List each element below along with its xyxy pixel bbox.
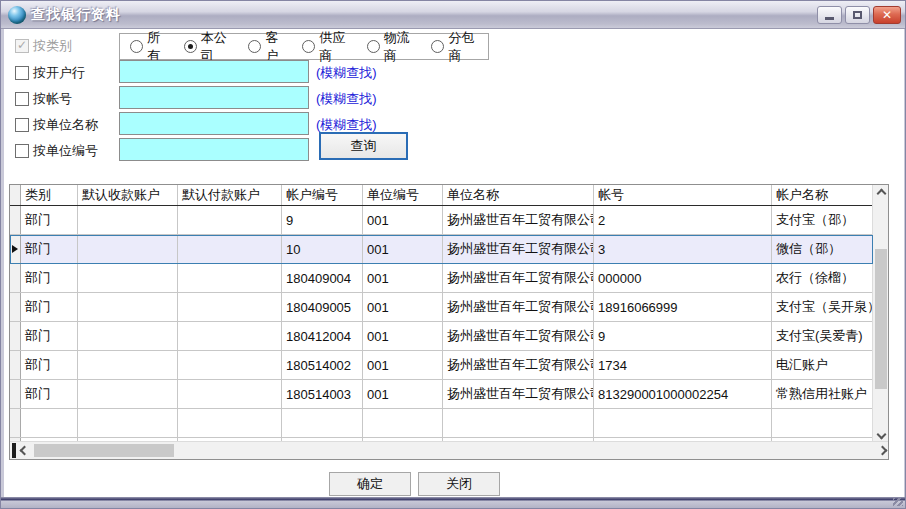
column-header[interactable]: 帐户编号 bbox=[282, 185, 363, 205]
row-selector-cell[interactable] bbox=[10, 322, 21, 350]
bank-input[interactable] bbox=[119, 60, 309, 83]
table-cell[interactable] bbox=[78, 380, 178, 408]
table-cell[interactable]: 扬州盛世百年工贸有限公司 bbox=[443, 351, 594, 379]
table-cell[interactable]: 部门 bbox=[21, 206, 78, 234]
account-input[interactable] bbox=[119, 86, 309, 109]
row-selector-cell[interactable] bbox=[10, 264, 21, 292]
table-cell[interactable]: 扬州盛世百年工贸有限公司 bbox=[443, 293, 594, 321]
scroll-down-button[interactable] bbox=[873, 426, 889, 442]
table-cell[interactable]: 2 bbox=[594, 206, 772, 234]
table-cell[interactable] bbox=[178, 206, 282, 234]
table-cell[interactable]: 001 bbox=[363, 322, 443, 350]
table-cell[interactable] bbox=[78, 264, 178, 292]
unit-code-input[interactable] bbox=[119, 138, 309, 161]
scroll-right-button[interactable] bbox=[874, 442, 889, 458]
table-cell[interactable]: 支付宝（邵） bbox=[772, 206, 873, 234]
table-cell[interactable]: 180514002 bbox=[282, 351, 363, 379]
table-cell[interactable] bbox=[78, 206, 178, 234]
table-cell[interactable]: 电汇账户 bbox=[772, 351, 873, 379]
table-cell[interactable]: 18916066999 bbox=[594, 293, 772, 321]
row-selector-cell[interactable] bbox=[10, 351, 21, 379]
table-cell[interactable]: 001 bbox=[363, 235, 443, 263]
scroll-up-button[interactable] bbox=[873, 185, 889, 201]
close-button[interactable]: ✕ bbox=[873, 6, 901, 24]
bank-checkbox[interactable] bbox=[15, 66, 29, 80]
dialog-close-button[interactable]: 关闭 bbox=[418, 472, 500, 496]
table-cell[interactable]: 常熟信用社账户 bbox=[772, 380, 873, 408]
table-cell[interactable] bbox=[178, 264, 282, 292]
row-selector-cell[interactable] bbox=[10, 206, 21, 234]
table-cell[interactable]: 农行（徐榴） bbox=[772, 264, 873, 292]
table-cell[interactable]: 部门 bbox=[21, 351, 78, 379]
unit-name-checkbox[interactable] bbox=[15, 118, 29, 132]
table-cell[interactable] bbox=[178, 322, 282, 350]
table-cell[interactable] bbox=[78, 235, 178, 263]
column-header[interactable]: 帐户名称 bbox=[772, 185, 873, 205]
table-cell[interactable]: 扬州盛世百年工贸有限公司 bbox=[443, 322, 594, 350]
table-cell[interactable]: 180409004 bbox=[282, 264, 363, 292]
table-cell[interactable]: 扬州盛世百年工贸有限公司 bbox=[443, 264, 594, 292]
table-cell[interactable]: 001 bbox=[363, 293, 443, 321]
column-header[interactable]: 默认收款账户 bbox=[78, 185, 178, 205]
query-button[interactable]: 查询 bbox=[319, 132, 408, 160]
table-cell[interactable]: 部门 bbox=[21, 322, 78, 350]
type-radio-5[interactable]: 分包商 bbox=[431, 29, 478, 65]
table-cell[interactable] bbox=[78, 351, 178, 379]
table-cell[interactable]: 部门 bbox=[21, 380, 78, 408]
table-cell[interactable] bbox=[78, 293, 178, 321]
row-selector-cell[interactable] bbox=[10, 380, 21, 408]
horizontal-scrollbar[interactable] bbox=[10, 441, 889, 459]
column-header[interactable]: 帐号 bbox=[594, 185, 772, 205]
horizontal-scroll-thumb[interactable] bbox=[34, 444, 174, 457]
table-cell[interactable]: 001 bbox=[363, 380, 443, 408]
table-cell[interactable]: 001 bbox=[363, 206, 443, 234]
scroll-left-button[interactable] bbox=[16, 442, 32, 458]
table-cell[interactable]: 180514003 bbox=[282, 380, 363, 408]
column-header[interactable]: 单位名称 bbox=[443, 185, 594, 205]
table-cell[interactable]: 微信（邵） bbox=[772, 235, 873, 263]
vertical-scrollbar[interactable] bbox=[872, 185, 888, 442]
minimize-button[interactable] bbox=[817, 6, 842, 24]
table-cell[interactable]: 9 bbox=[282, 206, 363, 234]
table-cell[interactable]: 9 bbox=[594, 322, 772, 350]
table-cell[interactable]: 001 bbox=[363, 264, 443, 292]
table-cell[interactable] bbox=[78, 322, 178, 350]
table-cell[interactable] bbox=[178, 351, 282, 379]
column-header[interactable]: 类别 bbox=[21, 185, 78, 205]
column-header[interactable]: 单位编号 bbox=[363, 185, 443, 205]
table-row[interactable]: 部门180514002001扬州盛世百年工贸有限公司1734电汇账户 bbox=[10, 351, 873, 380]
type-radio-3[interactable]: 供应商 bbox=[302, 29, 349, 65]
table-cell[interactable]: 3 bbox=[594, 235, 772, 263]
table-row[interactable]: 部门180412004001扬州盛世百年工贸有限公司9支付宝(吴爱青) bbox=[10, 322, 873, 351]
table-cell[interactable]: 001 bbox=[363, 351, 443, 379]
table-cell[interactable]: 部门 bbox=[21, 293, 78, 321]
type-radio-4[interactable]: 物流商 bbox=[367, 29, 414, 65]
table-cell[interactable]: 扬州盛世百年工贸有限公司 bbox=[443, 380, 594, 408]
table-cell[interactable] bbox=[178, 380, 282, 408]
table-row[interactable]: 部门180514003001扬州盛世百年工贸有限公司81329000100000… bbox=[10, 380, 873, 409]
vertical-scroll-thumb[interactable] bbox=[875, 249, 887, 389]
row-selector-cell[interactable] bbox=[10, 235, 21, 263]
table-cell[interactable]: 1734 bbox=[594, 351, 772, 379]
maximize-button[interactable] bbox=[845, 6, 870, 24]
table-cell[interactable] bbox=[178, 235, 282, 263]
column-header[interactable]: 默认付款账户 bbox=[178, 185, 282, 205]
unit-name-input[interactable] bbox=[119, 112, 309, 135]
account-checkbox[interactable] bbox=[15, 92, 29, 106]
resize-grip[interactable] bbox=[893, 498, 903, 506]
table-row[interactable]: 部门180409004001扬州盛世百年工贸有限公司000000农行（徐榴） bbox=[10, 264, 873, 293]
table-cell[interactable]: 180412004 bbox=[282, 322, 363, 350]
ok-button[interactable]: 确定 bbox=[329, 472, 411, 496]
table-cell[interactable]: 10 bbox=[282, 235, 363, 263]
table-cell[interactable]: 部门 bbox=[21, 264, 78, 292]
table-cell[interactable] bbox=[178, 293, 282, 321]
table-row[interactable]: 部门10001扬州盛世百年工贸有限公司3微信（邵） bbox=[10, 235, 873, 264]
table-cell[interactable]: 扬州盛世百年工贸有限公司 bbox=[443, 235, 594, 263]
table-cell[interactable]: 支付宝（吴开泉） bbox=[772, 293, 873, 321]
unit-code-checkbox[interactable] bbox=[15, 144, 29, 158]
table-cell[interactable]: 扬州盛世百年工贸有限公司 bbox=[443, 206, 594, 234]
table-cell[interactable]: 部门 bbox=[21, 235, 78, 263]
row-selector-cell[interactable] bbox=[10, 293, 21, 321]
table-cell[interactable]: 813290001000002254 bbox=[594, 380, 772, 408]
table-cell[interactable]: 000000 bbox=[594, 264, 772, 292]
